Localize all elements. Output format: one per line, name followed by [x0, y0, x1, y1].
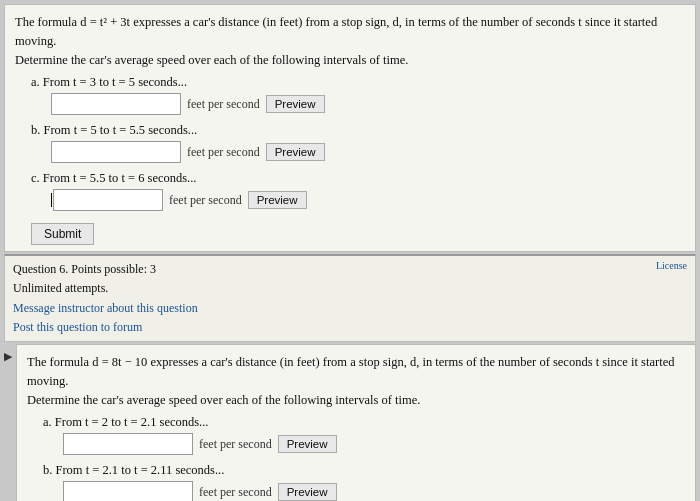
footer-left: Question 6. Points possible: 3 Unlimited… — [13, 260, 198, 337]
q2-part-b-label: b. From t = 2.1 to t = 2.11 seconds... — [43, 463, 685, 478]
question1-line2: Determine the car's average speed over e… — [15, 53, 408, 67]
part-b-label: b. From t = 5 to t = 5.5 seconds... — [31, 123, 685, 138]
question1-footer: Question 6. Points possible: 3 Unlimited… — [4, 254, 696, 342]
points-label: Question 6. Points possible: 3 — [13, 262, 156, 276]
part-c-preview-button[interactable]: Preview — [248, 191, 307, 209]
question1-part-c: c. From t = 5.5 to t = 6 seconds... feet… — [31, 171, 685, 211]
part-a-unit: feet per second — [187, 97, 260, 112]
q2-part-a-unit: feet per second — [199, 437, 272, 452]
license-link[interactable]: License — [656, 260, 687, 271]
part-a-label: a. From t = 3 to t = 5 seconds... — [31, 75, 685, 90]
submit-button[interactable]: Submit — [31, 223, 94, 245]
question1-part-b: b. From t = 5 to t = 5.5 seconds... feet… — [31, 123, 685, 163]
q2-part-b-preview-button[interactable]: Preview — [278, 483, 337, 501]
part-c-label: c. From t = 5.5 to t = 6 seconds... — [31, 171, 685, 186]
text-cursor — [51, 193, 52, 207]
question2-block: The formula d = 8t − 10 expresses a car'… — [16, 344, 696, 501]
question2-line2: Determine the car's average speed over e… — [27, 393, 420, 407]
part-b-unit: feet per second — [187, 145, 260, 160]
page-wrapper: The formula d = t² + 3t expresses a car'… — [0, 0, 700, 501]
question2-part-a: a. From t = 2 to t = 2.1 seconds... feet… — [43, 415, 685, 455]
q2-part-b-unit: feet per second — [199, 485, 272, 500]
part-b-input[interactable] — [51, 141, 181, 163]
question1-part-a: a. From t = 3 to t = 5 seconds... feet p… — [31, 75, 685, 115]
part-b-preview-button[interactable]: Preview — [266, 143, 325, 161]
part-a-preview-button[interactable]: Preview — [266, 95, 325, 113]
arrow-right-icon: ▶ — [4, 350, 12, 363]
question2-part-b: b. From t = 2.1 to t = 2.11 seconds... f… — [43, 463, 685, 501]
attempts-label: Unlimited attempts. — [13, 281, 108, 295]
question1-line1: The formula d = t² + 3t expresses a car'… — [15, 15, 657, 48]
question2-line1: The formula d = 8t − 10 expresses a car'… — [27, 355, 674, 388]
question2-row: ▶ The formula d = 8t − 10 expresses a ca… — [4, 344, 696, 501]
part-a-input[interactable] — [51, 93, 181, 115]
question2-text: The formula d = 8t − 10 expresses a car'… — [27, 353, 685, 409]
question1-block: The formula d = t² + 3t expresses a car'… — [4, 4, 696, 252]
q2-part-a-input[interactable] — [63, 433, 193, 455]
q2-part-b-input[interactable] — [63, 481, 193, 501]
part-c-input[interactable] — [53, 189, 163, 211]
part-c-unit: feet per second — [169, 193, 242, 208]
message-instructor-link[interactable]: Message instructor about this question — [13, 299, 198, 318]
question1-text: The formula d = t² + 3t expresses a car'… — [15, 13, 685, 69]
q2-part-a-preview-button[interactable]: Preview — [278, 435, 337, 453]
q2-part-a-label: a. From t = 2 to t = 2.1 seconds... — [43, 415, 685, 430]
post-forum-link[interactable]: Post this question to forum — [13, 318, 198, 337]
